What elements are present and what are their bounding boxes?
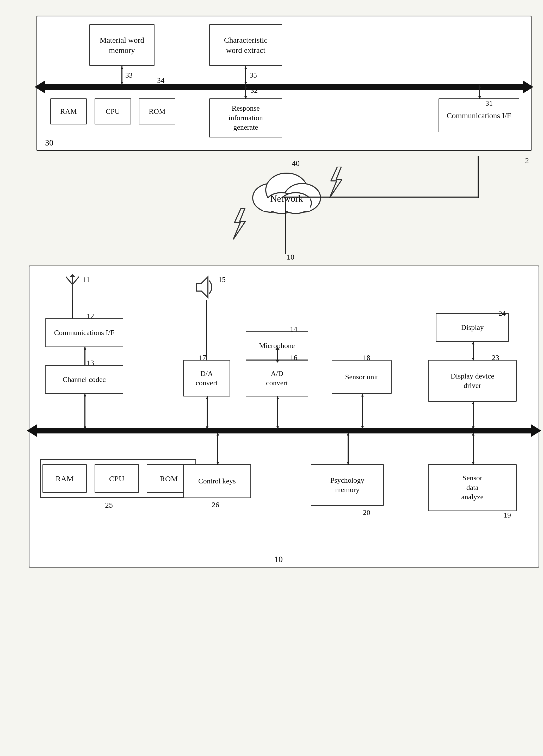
sensor-unit-num: 18 — [363, 354, 370, 362]
cpu-block: CPU — [95, 98, 131, 124]
ad-convert-num: 16 — [290, 354, 297, 362]
bottom-diagram: 11 Communications I/F 12 Channel codec 1… — [29, 266, 539, 568]
v-line-network-down — [285, 197, 287, 254]
top-comms-down-line — [478, 156, 479, 198]
svg-marker-57 — [472, 433, 475, 436]
da-speaker-line — [206, 300, 207, 361]
svg-marker-51 — [216, 433, 219, 436]
top-diagram-label: 30 — [45, 138, 53, 148]
response-info-connector — [244, 85, 247, 99]
svg-marker-19 — [330, 167, 342, 198]
svg-marker-35 — [206, 426, 208, 429]
svg-marker-30 — [84, 394, 86, 396]
svg-text:Network: Network — [270, 193, 303, 204]
response-info-block: Response information generate — [209, 98, 282, 137]
svg-marker-32 — [196, 277, 208, 298]
display-block: Display — [436, 313, 509, 342]
display-num: 24 — [498, 309, 506, 318]
svg-marker-7 — [244, 85, 247, 88]
control-keys-block: Control keys — [183, 464, 251, 498]
material-word-connector — [121, 66, 123, 85]
speaker-icon — [193, 274, 214, 300]
svg-marker-36 — [275, 360, 280, 363]
bottom-diagram-inner-label: 10 — [275, 555, 283, 564]
bottom-comms-if-block: Communications I/F — [45, 318, 123, 347]
da-convert-block: D/A convert — [183, 360, 230, 396]
da-convert-num: 17 — [199, 354, 206, 362]
svg-marker-39 — [277, 396, 279, 399]
antenna-icon — [65, 274, 80, 300]
svg-marker-42 — [361, 394, 364, 396]
characteristic-word-connector — [244, 66, 247, 85]
top-bus — [42, 84, 526, 90]
psychology-memory-num: 20 — [363, 508, 370, 517]
svg-marker-52 — [216, 462, 219, 465]
bottom-comms-if-num: 12 — [87, 312, 94, 320]
svg-line-23 — [72, 277, 79, 285]
svg-marker-37 — [275, 347, 280, 350]
svg-marker-8 — [244, 96, 247, 99]
bottom-bus — [35, 428, 533, 433]
psychology-memory-block: Psychology memory — [311, 464, 384, 506]
material-word-num: 33 — [125, 71, 133, 79]
channel-codec-bus-connector — [84, 394, 86, 429]
bus-top-label: 34 — [157, 76, 164, 85]
top-comms-connector — [478, 85, 481, 99]
svg-marker-10 — [478, 85, 481, 88]
sensor-unit-block: Sensor unit — [332, 360, 392, 394]
network-cloud: Network — [247, 164, 326, 216]
lightning-right — [326, 167, 347, 198]
channel-codec-num: 13 — [87, 359, 94, 367]
svg-marker-31 — [84, 426, 86, 429]
response-info-num: 32 — [250, 86, 258, 95]
svg-marker-55 — [347, 462, 350, 465]
material-word-memory-block: Material word memory — [89, 24, 154, 66]
svg-marker-25 — [70, 274, 75, 277]
display-device-driver-num: 23 — [492, 354, 499, 362]
h-line-network-right — [285, 197, 479, 198]
sensor-data-bus-connector — [472, 433, 475, 465]
microphone-num: 14 — [290, 325, 297, 333]
svg-marker-20 — [233, 208, 245, 240]
sensor-bus-connector — [361, 394, 364, 429]
svg-marker-43 — [361, 426, 364, 429]
lightning-left — [229, 208, 250, 240]
antenna-num: 11 — [83, 275, 90, 284]
svg-marker-45 — [472, 402, 475, 404]
svg-marker-27 — [84, 347, 86, 350]
top-comms-if-block: Communications I/F — [439, 98, 519, 132]
antenna-line — [72, 300, 73, 318]
characteristic-word-extract-block: Characteristic word extract — [209, 24, 282, 66]
ram-block: RAM — [50, 98, 87, 124]
psychology-bus-connector — [347, 433, 350, 465]
characteristic-word-num: 35 — [249, 71, 257, 79]
svg-marker-54 — [347, 433, 350, 436]
network-line-num: 10 — [287, 253, 295, 261]
svg-marker-49 — [472, 358, 475, 361]
sensor-data-analyze-num: 19 — [504, 511, 511, 519]
display-device-driver-block: Display device driver — [428, 360, 517, 402]
svg-marker-11 — [478, 96, 481, 99]
ad-bus-connector — [277, 396, 279, 429]
control-keys-bus-connector — [216, 433, 219, 465]
control-keys-num: 26 — [212, 501, 219, 509]
speaker-num: 15 — [218, 275, 226, 284]
channel-codec-block: Channel codec — [45, 365, 123, 394]
ad-convert-block: A/D convert — [246, 360, 308, 396]
svg-line-22 — [66, 277, 72, 285]
svg-marker-4 — [244, 66, 247, 69]
top-diagram: 34 RAM CPU ROM Material word memory 33 C… — [36, 16, 532, 151]
cpu-group-box — [40, 459, 196, 498]
svg-marker-48 — [472, 342, 475, 344]
display-driver-bus-connector — [472, 402, 475, 429]
top-comms-if-num: 31 — [485, 99, 493, 108]
svg-marker-1 — [121, 66, 123, 69]
svg-marker-46 — [472, 426, 475, 429]
cpu-group-num: 25 — [105, 501, 113, 509]
svg-marker-58 — [472, 462, 475, 465]
svg-marker-5 — [244, 82, 247, 85]
display-driver-connector — [472, 342, 475, 361]
network-section: 40 Network 10 2 — [29, 156, 539, 266]
svg-marker-40 — [277, 426, 279, 429]
bottom-diagram-outer-label: 2 — [525, 156, 529, 165]
